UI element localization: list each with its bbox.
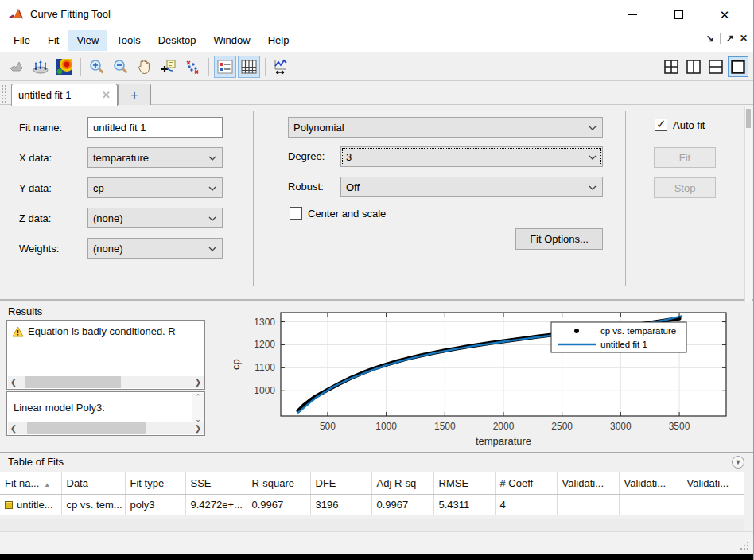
results-message-box: Equation is badly conditioned. R ❮ ❯	[6, 320, 205, 390]
menu-desktop[interactable]: Desktop	[150, 30, 205, 51]
column-header-4[interactable]: SSE	[185, 472, 247, 495]
menu-view[interactable]: View	[68, 30, 107, 51]
x-data-select-label: X data:	[19, 152, 87, 164]
menu-window[interactable]: Window	[204, 30, 258, 51]
scroll-up-icon[interactable]: ⌃	[195, 393, 201, 401]
svg-text:3500: 3500	[669, 421, 690, 432]
title-bar: Curve Fitting Tool ✕	[0, 0, 754, 30]
x-data-select-value: temparature	[93, 152, 149, 164]
scroll-right-icon[interactable]: ❯	[192, 376, 204, 388]
y-data-select[interactable]: cp	[87, 177, 223, 198]
scroll-right-icon[interactable]: ❯	[192, 422, 204, 434]
center-and-scale-row: Center and scale	[290, 207, 386, 220]
layout-hsplit-icon[interactable]	[705, 56, 726, 77]
toolbar	[0, 52, 754, 81]
maximize-button[interactable]	[667, 3, 690, 25]
fit-options-button[interactable]: Fit Options...	[515, 228, 603, 250]
y-data-select-label: Y data:	[19, 182, 87, 194]
column-header-5[interactable]: R-square	[247, 472, 310, 495]
scroll-left-icon[interactable]: ❮	[8, 422, 19, 434]
menubar-dock-controls: ↘ ↗ ✕	[706, 33, 748, 44]
exclude-outliers-icon[interactable]	[181, 56, 204, 78]
column-header-6[interactable]: DFE	[310, 472, 371, 495]
screen-edge	[0, 554, 754, 560]
fit-button[interactable]: Fit	[654, 147, 716, 168]
column-header-9[interactable]: # Coeff	[495, 472, 557, 495]
undock-up-arrow-icon[interactable]: ↗	[726, 33, 734, 44]
chevron-down-icon	[589, 185, 597, 190]
robust-select[interactable]: Off	[340, 177, 603, 197]
dock-down-arrow-icon[interactable]: ↘	[706, 33, 714, 44]
degree-select[interactable]: 3	[340, 146, 603, 167]
column-header-12[interactable]: Validati...	[682, 472, 744, 495]
auto-fit-checkbox[interactable]	[655, 119, 667, 131]
collapse-panel-icon[interactable]: ▼	[732, 456, 744, 469]
add-tab-button[interactable]: +	[118, 84, 151, 106]
stop-button[interactable]: Stop	[654, 177, 716, 198]
legend-entry-fit: untitled fit 1	[600, 340, 647, 349]
horizontal-scrollbar[interactable]: ❮ ❯	[8, 376, 204, 388]
svg-text:1300: 1300	[254, 317, 275, 328]
scroll-left-icon[interactable]: ❮	[8, 376, 19, 388]
contour-plot-icon[interactable]	[53, 56, 76, 78]
layout-vsplit-icon[interactable]	[683, 56, 704, 77]
pan-icon[interactable]	[134, 56, 156, 78]
scrollbar-thumb[interactable]	[746, 109, 751, 128]
table-row[interactable]: untitle...cp vs. tem...poly39.4272e+...0…	[0, 495, 744, 515]
column-header-2[interactable]: Data	[61, 472, 125, 495]
status-bar	[0, 531, 754, 554]
tabbar-gripper[interactable]	[2, 85, 7, 103]
scrollbar-thumb[interactable]	[25, 376, 121, 388]
tab-close-icon[interactable]: ✕	[102, 89, 111, 101]
legend-toggle-icon[interactable]	[214, 56, 236, 78]
close-button[interactable]: ✕	[713, 3, 737, 25]
menu-file[interactable]: File	[5, 30, 39, 51]
minimize-button[interactable]	[620, 3, 644, 25]
column-header-10[interactable]: Validati...	[557, 472, 619, 495]
x-data-select-row: X data:temparature	[19, 147, 223, 168]
column-header-1[interactable]: Fit na...▲	[0, 472, 61, 495]
axes-limit-icon[interactable]	[270, 56, 293, 78]
column-header-7[interactable]: Adj R-sq	[371, 472, 433, 495]
resize-grip-icon[interactable]	[740, 541, 749, 550]
zoom-out-icon[interactable]	[110, 56, 132, 78]
x-data-select[interactable]: temparature	[87, 147, 223, 168]
horizontal-scrollbar[interactable]: ❮ ❯	[8, 422, 204, 434]
menu-help[interactable]: Help	[259, 30, 298, 51]
weights-select[interactable]: (none)	[87, 238, 223, 259]
svg-text:1500: 1500	[434, 421, 456, 432]
column-header-11[interactable]: Validati...	[619, 472, 682, 495]
column-header-3[interactable]: Fit type	[125, 472, 185, 495]
y-axis-label: cp	[230, 359, 242, 370]
layout-quad-icon[interactable]	[661, 56, 682, 77]
curve-fitting-tool-window: Curve Fitting Tool ✕ FileFitViewToolsDes…	[0, 0, 754, 560]
z-data-select-label: Z data:	[19, 212, 87, 224]
zoom-in-icon[interactable]	[86, 56, 108, 78]
results-model-box: Linear model Poly3: ⌃⌄ ❮ ❯	[6, 391, 205, 436]
fit-category-select[interactable]: Polynomial	[288, 117, 603, 138]
surface-plot-icon[interactable]	[29, 56, 52, 78]
center-and-scale-checkbox[interactable]	[290, 207, 302, 220]
menubar-separator	[720, 33, 721, 44]
print-icon[interactable]	[6, 56, 28, 78]
menu-tools[interactable]: Tools	[107, 30, 149, 51]
svg-text:3000: 3000	[610, 421, 632, 432]
chevron-down-icon	[208, 247, 216, 251]
menu-fit[interactable]: Fit	[39, 30, 68, 51]
data-cursor-icon[interactable]	[157, 56, 180, 78]
fit-name-input[interactable]	[87, 117, 223, 138]
table-cell: 4	[495, 495, 557, 515]
fit-plot-panel[interactable]: 5001000150020002500300035001000110012001…	[212, 302, 744, 452]
layout-single-icon[interactable]	[728, 56, 748, 77]
z-data-select[interactable]: (none)	[87, 208, 223, 228]
vertical-scrollbar[interactable]: ⌃⌄	[192, 393, 204, 423]
menubar-close-icon[interactable]: ✕	[740, 33, 748, 44]
window-title: Curve Fitting Tool	[30, 8, 111, 20]
table-cell: 0.9967	[247, 495, 310, 515]
tab-untitled-fit-1[interactable]: untitled fit 1 ✕	[11, 84, 118, 106]
scrollbar-thumb[interactable]	[27, 422, 146, 434]
svg-text:1000: 1000	[375, 421, 397, 432]
grid-toggle-icon[interactable]	[238, 56, 260, 78]
column-header-8[interactable]: RMSE	[433, 472, 495, 495]
svg-text:1200: 1200	[254, 339, 275, 350]
